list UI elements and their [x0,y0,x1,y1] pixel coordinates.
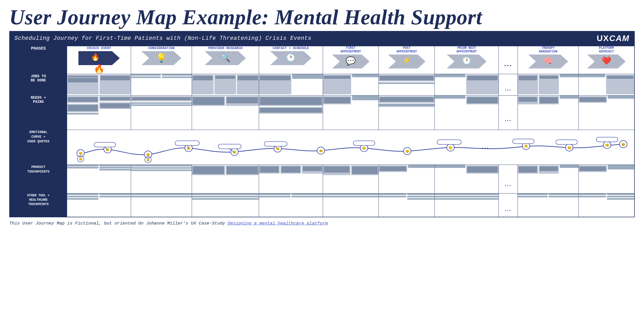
emotion-node-11-icon: 🙂 [524,144,528,148]
product-therapy [518,165,578,194]
jobs-advocacy [578,74,634,96]
phase-dots-label: ... [499,52,518,68]
needs-label: Needs +Pains [10,96,67,130]
product-consideration [131,165,192,194]
jobs-dots: ... [498,74,518,96]
emotion-node-9-icon: 😐 [405,149,409,153]
phase-post: PostAppointment ⚡ [379,46,435,74]
person-icon-2-face: 😐 [146,158,150,162]
emotion-node-4-icon: 😐 [187,146,191,150]
phase-consideration: Consideration 💡 [131,46,192,74]
phase-therapy: TherapyGraduation 🧠 [518,46,578,74]
needs-provider [192,96,259,130]
other-provider [192,194,259,217]
phase-post-icon: ⚡ [379,56,434,65]
phase-contact-label: Contact + Schedule [259,46,323,50]
jobs-post [379,74,435,96]
product-provider [192,165,259,194]
other-consideration [131,194,192,217]
phase-contact: Contact + Schedule 🕐 [259,46,323,74]
quote-bubble-3 [218,144,241,149]
phase-first: FirstAppointment 💬 [323,46,379,74]
other-post [379,194,435,217]
phase-therapy-label: TherapyGraduation [518,46,578,53]
jobs-consideration [131,74,192,96]
phase-provider: Provider Research 🔍 [192,46,259,74]
other-crisis [67,194,131,217]
needs-post [379,96,435,130]
jobs-label: Jobs toBe Done [10,74,67,96]
other-contact [259,194,323,217]
needs-crisis [67,96,131,130]
product-first [323,165,379,194]
phase-prior-label: Prior NextAppointment [435,46,498,53]
phase-provider-label: Provider Research [192,46,259,50]
phase-consideration-icon: 💡 [131,53,191,63]
phase-contact-icon: 🕐 [259,53,323,63]
phase-crisis: Crisis Event 🔥 🔥 [67,46,131,74]
jobs-prior [435,74,499,96]
phase-post-label: PostAppointment [379,46,434,53]
uxcam-logo: UXcam [597,34,630,43]
phase-provider-icon: 🔍 [192,53,259,63]
emotion-node-13-icon: 😊 [605,143,609,147]
product-post [379,165,435,194]
phases-row: PHASES Crisis Event 🔥 🔥 Consideration [10,46,634,74]
phase-first-label: FirstAppointment [323,46,379,53]
other-row: Other Tool +HealthcareTouchpoints [10,194,634,217]
quote-bubble-6 [437,140,461,144]
jobs-row: Jobs toBe Done [10,74,634,96]
subtitle-bar: Scheduling Journey for First-Time Patien… [9,31,635,46]
product-contact [259,165,323,194]
product-label: ProductTouchpoints [10,165,67,194]
phase-crisis-label: Crisis Event [67,46,131,50]
emotional-row: EmotionalCurve +User Quotes 😟 😐 😟 [10,130,634,165]
product-row: ProductTouchpoints [10,165,634,194]
phase-first-icon: 💬 [323,56,379,66]
quote-bubble-5 [353,141,375,145]
phase-prior: Prior NextAppointment 🕐 [435,46,499,74]
quote-bubble-1 [94,142,116,147]
phase-dots: ... [498,46,518,74]
jobs-contact [259,74,323,96]
other-dots: ... [498,194,518,217]
emotion-node-8-icon: 🙂 [362,146,366,150]
needs-dots: ... [498,96,518,130]
phase-consideration-label: Consideration [131,46,191,50]
footer-link[interactable]: Designing a mental healthcare platform [228,221,328,226]
other-first [323,194,379,217]
emotion-node-10-icon: 🙂 [449,146,453,150]
phases-header-text: PHASES [31,46,46,51]
quote-bubble-2 [175,141,199,145]
quote-bubble-8 [556,140,578,144]
phases-label: PHASES [10,46,67,74]
emotion-node-12-icon: 😊 [567,146,571,150]
journey-table: PHASES Crisis Event 🔥 🔥 Consideration [9,46,635,217]
footer-text: This User Journey Map is Fictional, but … [9,221,228,226]
product-crisis [67,165,131,194]
emotional-label: EmotionalCurve +User Quotes [10,130,67,165]
emotion-node-1-icon: 😟 [79,151,83,156]
needs-row: Needs +Pains [10,96,634,130]
curve-dots: ... [482,144,489,150]
quote-bubble-7 [513,139,534,144]
product-advocacy [578,165,634,194]
page-wrapper: User Journey Map Example: Mental Health … [0,0,644,231]
jobs-provider [192,74,259,96]
emotion-node-14-icon: 😄 [621,142,625,146]
needs-prior [435,96,499,130]
phase-crisis-arrow: 🔥 [78,51,120,65]
emotion-line [81,144,623,155]
phase-advocacy-icon: ❤️ [579,56,634,65]
other-label: Other Tool +HealthcareTouchpoints [10,194,67,217]
other-advocacy [578,194,634,217]
product-dots: ... [498,165,518,194]
other-prior [435,194,499,217]
person-icon-1-face: 😟 [79,157,83,161]
subtitle-text: Scheduling Journey for First-Time Patien… [14,35,311,42]
page-title: User Journey Map Example: Mental Health … [9,6,635,28]
needs-first [323,96,379,130]
product-prior [435,165,499,194]
needs-advocacy [578,96,634,130]
jobs-first [323,74,379,96]
